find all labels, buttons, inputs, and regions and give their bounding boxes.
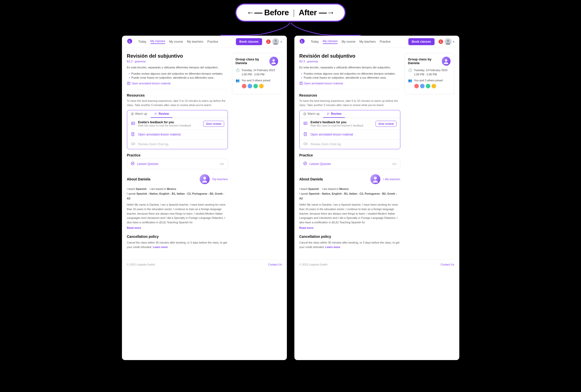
practice-section-before: Practice Lesson Quizzes 0% [127,153,228,169]
lesson-tag-after: B2.3 · grammar [299,60,400,63]
tabs-row-before: Warm up Review [127,110,228,118]
annotated-link-before[interactable]: Open annotated lesson material [138,133,181,136]
teach-label-after: I teach [299,188,308,191]
people-icon-before: 👥 [236,79,240,82]
learn-more-link-after[interactable]: Learn more [325,245,340,248]
top-teachers-btn-before[interactable]: Top teachers [212,178,228,181]
left-column-after: Revisión del subjuntivo B2.3 · grammar E… [299,53,400,249]
main-content-after: Revisión del subjuntivo B2.3 · grammar E… [294,48,459,254]
tab-warmup-after[interactable]: Warm up [300,110,323,118]
give-review-btn-before[interactable]: Give review [203,121,224,127]
nav-myclasses-before[interactable]: My classes [150,39,165,44]
annotated-item-before: Open annotated lesson material [127,130,228,140]
about-body-after: Hello! My name is Daniela, I am a Spanis… [299,202,400,224]
right-column-before: Group class by Daniela 🕐 Tuesday, 14 Feb… [232,53,282,249]
svg-point-22 [446,43,450,45]
avatar-chevron-after[interactable]: ▾ [453,40,454,43]
footer-copy-after: © 2023 Lingoda GmbH [299,263,328,266]
gc-date-row-before: 🕐 Tuesday, 14 February 2023 1:00 PM - 2:… [236,68,278,76]
svg-rect-13 [132,143,134,145]
about-title-before: About Daniela [127,177,197,181]
footer-copy-before: © 2023 Lingoda GmbH [127,263,155,266]
logo-after: L [299,38,305,45]
arrow-left-icon: ←— [246,8,262,17]
about-avatar-after [370,174,380,184]
nav-myclasses-after[interactable]: My classes [323,39,338,44]
left-column-before: Revisión del subjuntivo B2.3 · grammar E… [127,53,228,249]
bullet-1-before: Puedes revisar algunos usos del subjunti… [129,72,228,75]
avatar-chevron-before[interactable]: ▾ [281,40,282,43]
user-avatar-before[interactable] [272,38,279,45]
open-annotated-text-before: Open annotated lesson material [132,82,171,85]
nav-icons-before: 1 ▾ [266,38,282,45]
open-annotated-link-before[interactable]: Open annotated lesson material [127,82,228,85]
joined-avatar-4-after [431,84,436,89]
svg-point-36 [445,59,447,62]
annotated-icon-before [131,132,136,137]
book-classes-btn-before[interactable]: Book classes [236,38,262,45]
nav-bar-after: L Today My classes My course My teachers… [294,36,459,48]
svg-rect-8 [132,122,135,125]
about-header-after: About Daniela + My teachers [299,174,400,184]
nav-today-after[interactable]: Today [311,40,319,43]
svg-point-18 [272,62,276,64]
teach-value-before: Spanish [136,188,147,191]
about-section-after: About Daniela + My teachers I teach Span… [299,174,400,229]
before-after-banner: ←— Before | After —→ [236,4,344,21]
user-avatar-after[interactable] [444,38,452,45]
nav-mycourse-after[interactable]: My course [342,40,355,43]
footer-contact-before[interactable]: Contact Us [268,263,282,266]
lesson-desc-after: En esta lección, repasarás y utilizarás … [299,65,400,70]
joined-avatar-1-before [242,84,247,89]
about-body-before: Hello! My name is Daniela, I am a Spanis… [127,202,228,224]
group-class-card-after: Group class by Daniela 🕐 Tuesday, 14 Feb… [404,53,454,94]
nav-mycourse-before[interactable]: My course [169,40,183,43]
zoom-item-before: Review Zoom Chat log [127,140,228,149]
tab-review-after[interactable]: Review [323,110,345,118]
gc-joined-info-before: You and 3 others joined [242,78,270,89]
practice-label-after: Lesson Quizzes [310,162,390,166]
nav-myteachers-after[interactable]: My teachers [359,40,376,43]
open-annotated-link-after[interactable]: Open annotated lesson material [299,82,400,85]
annotated-link-after[interactable]: Open annotated lesson material [310,133,353,136]
read-more-after[interactable]: Read more [299,226,314,229]
gc-header-before: Group class by Daniela [236,57,278,66]
cancellation-section-after: Cancellation policy Cancel the class wit… [299,234,400,249]
zoom-item-after: Review Zoom Chat log [300,140,400,149]
nav-practice-after[interactable]: Practice [380,40,390,43]
learn-more-link-before[interactable]: Learn more [153,245,168,248]
footer-after: © 2023 Lingoda GmbH Contact Us [294,259,459,269]
read-more-before[interactable]: Read more [127,226,141,229]
gc-title-after: Group class by Daniela [408,57,442,65]
zoom-icon-after [303,142,308,147]
about-title-after: About Daniela [299,177,368,181]
nav-practice-before[interactable]: Practice [208,40,218,43]
feedback-icon-after [303,122,308,126]
feedback-name-before: Evelia's feedback for you [138,121,201,124]
after-label: After [299,8,317,17]
tab-review-before[interactable]: Review [151,110,172,118]
practice-icon-before [131,162,135,167]
practice-pct-before: 0% [220,163,224,166]
book-classes-btn-after[interactable]: Book classes [408,38,434,45]
cancellation-title-after: Cancellation policy [299,234,400,238]
my-teachers-btn-after[interactable]: + My teachers [383,178,400,181]
lesson-bullets-after: Puedes revisar algunos usos del subjunti… [301,72,400,79]
zoom-link-before: Review Zoom Chat log [138,143,168,146]
footer-contact-after[interactable]: Contact Us [440,263,454,266]
practice-item-after[interactable]: Lesson Quizzes 0% [299,159,400,169]
joined-avatar-3-before [253,84,258,89]
group-class-card-before: Group class by Daniela 🕐 Tuesday, 14 Feb… [232,53,282,94]
notification-badge-after[interactable]: 1 [438,39,443,44]
notification-badge-before[interactable]: 1 [266,39,271,44]
svg-rect-4 [127,82,130,85]
joined-avatar-1-after [414,84,419,89]
nav-myteachers-before[interactable]: My teachers [187,40,203,43]
svg-point-17 [272,59,275,62]
nav-today-before[interactable]: Today [138,40,146,43]
give-review-btn-after[interactable]: Give review [376,121,396,127]
practice-item-before[interactable]: Lesson Quizzes 0% [127,159,228,169]
zoom-icon-before [131,142,136,147]
practice-title-before: Practice [127,153,228,157]
tab-warmup-before[interactable]: Warm up [127,110,151,118]
